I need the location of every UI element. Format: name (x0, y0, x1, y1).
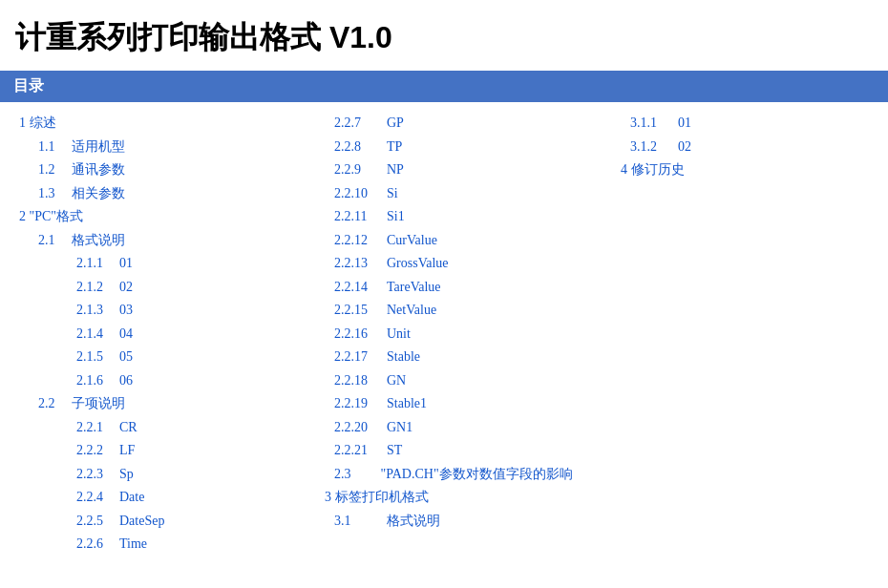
toc-num-link[interactable]: 2.2.4 (76, 490, 103, 504)
toc-link[interactable]: 相关参数 (72, 186, 125, 200)
toc-link[interactable]: GN1 (387, 420, 412, 434)
list-item: 2.1.404 (10, 323, 325, 346)
toc-link[interactable]: 适用机型 (72, 139, 125, 154)
toc-num-link[interactable]: 2.2.10 (334, 186, 368, 200)
toc-num-link[interactable]: 2.1.3 (76, 303, 103, 317)
toc-num-link[interactable]: 2.2.20 (334, 420, 368, 434)
toc-link[interactable]: 4 修订历史 (621, 162, 685, 177)
toc-link[interactable]: LF (119, 443, 135, 457)
toc-num-link[interactable]: 1.1 (38, 139, 55, 154)
toc-num-link[interactable]: 2.1.4 (76, 326, 103, 341)
toc-link[interactable]: 04 (119, 326, 133, 341)
toc-num-link[interactable]: 2.1 (38, 233, 55, 247)
toc-link[interactable]: Date (119, 490, 144, 504)
toc-link[interactable]: 01 (678, 116, 691, 130)
toc-link[interactable]: 02 (678, 139, 691, 154)
toc-link[interactable]: Stable1 (387, 396, 427, 410)
toc-link[interactable]: 格式说明 (72, 233, 125, 247)
toc-link[interactable]: Stable (387, 349, 420, 364)
toc-num-link[interactable]: 2.2.8 (334, 139, 361, 154)
page-title: 计重系列打印输出格式 V1.0 (0, 0, 888, 71)
toc-num-link[interactable]: 2.2 (38, 396, 55, 410)
toc-number: 2.1.3 (76, 299, 119, 323)
toc-num-link[interactable]: 3.1 (334, 514, 351, 528)
toc-num-link[interactable]: 2.2.3 (76, 467, 103, 481)
toc-num-link[interactable]: 2.2.14 (334, 280, 368, 294)
toc-number: 2.2.3 (76, 463, 119, 487)
list-item: 2 "PC"格式 (10, 205, 325, 229)
list-item: 2.2.2LF (10, 439, 325, 463)
toc-number: 2.2.14 (334, 276, 387, 300)
toc-num-link[interactable]: 2.2.13 (334, 256, 368, 270)
toc-link[interactable]: ST (387, 443, 402, 457)
list-item: 2.2.4Date (10, 486, 325, 510)
toc-num-link[interactable]: 2.2.2 (76, 443, 103, 457)
toc-link[interactable]: 子项说明 (72, 396, 125, 410)
list-item: 1.2通讯参数 (10, 158, 325, 182)
toc-link[interactable]: 03 (119, 303, 133, 317)
toc-link[interactable]: 3 标签打印机格式 (325, 490, 429, 504)
toc-link[interactable]: CR (119, 420, 137, 434)
toc-link[interactable]: GN (387, 373, 406, 388)
toc-num-link[interactable]: 2.1.1 (76, 256, 103, 270)
list-item: 2.1.606 (10, 369, 325, 393)
toc-num-link[interactable]: 2.1.2 (76, 280, 103, 294)
toc-link[interactable]: 05 (119, 349, 133, 364)
toc-link[interactable]: NP (387, 162, 404, 177)
toc-number: 2.2.15 (334, 299, 387, 323)
toc-link[interactable]: 06 (119, 373, 133, 388)
toc-num-link[interactable]: 2.1.5 (76, 349, 103, 364)
toc-num-link[interactable]: 2.2.12 (334, 233, 368, 247)
toc-num-link[interactable]: 2.2.16 (334, 326, 368, 341)
toc-link[interactable]: 格式说明 (387, 514, 440, 528)
toc-num-link[interactable]: 2.2.6 (76, 536, 103, 551)
toc-number: 2.2.19 (334, 392, 387, 416)
toc-num-link[interactable]: 2.3 (334, 467, 351, 481)
toc-num-link[interactable]: 3.1.1 (630, 116, 657, 130)
toc-link[interactable]: NetValue (387, 303, 436, 317)
toc-num-link[interactable]: 2.1.6 (76, 373, 103, 388)
toc-num-link[interactable]: 2.2.9 (334, 162, 361, 177)
toc-num-link[interactable]: 2.2.21 (334, 443, 368, 457)
list-item: 2.2.8TP (325, 136, 621, 159)
toc-num-link[interactable]: 2.2.18 (334, 373, 368, 388)
toc-num-link[interactable]: 2.2.1 (76, 420, 103, 434)
toc-number: 2.2.10 (334, 182, 387, 206)
toc-num-link[interactable]: 2.2.15 (334, 303, 368, 317)
toc-link[interactable]: Si (387, 186, 398, 200)
toc-link[interactable]: Si1 (387, 209, 405, 223)
toc-link[interactable]: DateSep (119, 514, 164, 528)
toc-link[interactable]: 2 "PC"格式 (19, 209, 83, 223)
toc-num-link[interactable]: 2.2.19 (334, 396, 368, 410)
toc-link[interactable]: GrossValue (387, 256, 449, 270)
toc-link[interactable]: 通讯参数 (72, 162, 125, 177)
toc-number: 2.2.7 (334, 112, 387, 136)
toc-number: 2.2.17 (334, 346, 387, 369)
toc-link[interactable]: 1 综述 (19, 116, 56, 130)
toc-link[interactable]: "PAD.CH"参数对数值字段的影响 (377, 467, 573, 481)
toc-num-link[interactable]: 3.1.2 (630, 139, 657, 154)
toc-link[interactable]: Time (119, 536, 147, 551)
list-item: 4 修订历史 (621, 158, 869, 182)
list-item: 3 标签打印机格式 (325, 486, 621, 510)
list-item: 2.2.14TareValue (325, 276, 621, 300)
toc-num-link[interactable]: 1.3 (38, 186, 55, 200)
toc-header: 目录 (0, 71, 888, 102)
list-item: 2.2.21ST (325, 439, 621, 463)
toc-num-link[interactable]: 2.2.7 (334, 116, 361, 130)
toc-num-link[interactable]: 2.2.11 (334, 209, 367, 223)
toc-link[interactable]: TP (387, 139, 402, 154)
toc-link[interactable]: Unit (387, 326, 411, 341)
toc-link[interactable]: Sp (119, 467, 134, 481)
toc-link[interactable]: 02 (119, 280, 133, 294)
toc-number: 2.2.21 (334, 439, 387, 463)
toc-num-link[interactable]: 2.2.5 (76, 514, 103, 528)
toc-link[interactable]: GP (387, 116, 404, 130)
list-item: 2.2子项说明 (10, 392, 325, 416)
toc-num-link[interactable]: 1.2 (38, 162, 55, 177)
toc-link[interactable]: 01 (119, 256, 133, 270)
toc-link[interactable]: CurValue (387, 233, 437, 247)
list-item: 2.1.303 (10, 299, 325, 323)
toc-num-link[interactable]: 2.2.17 (334, 349, 368, 364)
toc-link[interactable]: TareValue (387, 280, 441, 294)
